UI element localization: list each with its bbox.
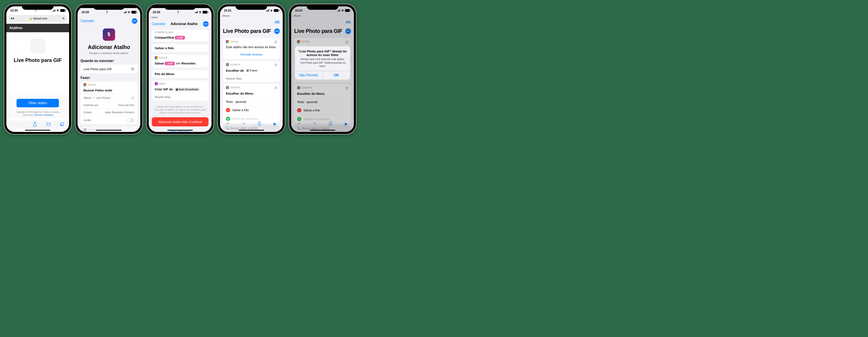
section-when: Quando eu executar: <box>81 59 137 63</box>
breadcrumb-back[interactable]: Busca <box>293 14 301 18</box>
undo-button[interactable]: ↶ <box>226 121 229 126</box>
more-button[interactable]: ••• <box>132 18 137 24</box>
ok-button[interactable]: OK <box>346 20 351 24</box>
status-time: 10:21 <box>295 9 303 12</box>
more-button[interactable]: ••• <box>203 21 209 27</box>
allow-access-button[interactable]: Permitir Acesso <box>223 51 280 59</box>
sheet-title: Adicionar Atalho <box>78 44 140 50</box>
close-block-icon[interactable]: ✕ <box>274 63 278 67</box>
back-button[interactable]: ‹ <box>11 122 12 127</box>
redo-button[interactable]: ↷ <box>313 121 316 126</box>
alert-message: Sempre que você executar este atalho, "L… <box>295 58 350 71</box>
url-bar[interactable]: AA 🔒 icloud.com ↻ <box>8 15 67 22</box>
limit-toggle[interactable] <box>127 118 134 122</box>
dont-add-button[interactable]: Não Adicionar <box>149 127 212 132</box>
play-button[interactable]: ▶ <box>274 121 277 126</box>
action-choose-from[interactable]: Escolher de Fotos <box>223 66 280 75</box>
close-block-icon[interactable]: ✕ <box>345 86 349 90</box>
remove-icon[interactable]: − <box>226 108 230 112</box>
copyright-text: Copyright © 2021 Apple Inc. Todos os dir… <box>10 111 65 117</box>
chosen-item-variable: ▦ Item Escolhido <box>175 88 199 91</box>
section-do: Fazer: <box>81 76 137 80</box>
photos-icon <box>226 40 229 43</box>
nav-bar: Cancelar ••• <box>78 16 140 26</box>
text-size-button[interactable]: AA <box>10 17 14 20</box>
play-button[interactable]: ▶ <box>345 121 348 126</box>
clear-icon[interactable]: ✕ <box>130 67 134 71</box>
phone-4: 10:21 Busca OK Live Photo para GIF ••• ✕… <box>218 4 285 134</box>
breadcrumb-back[interactable]: Safari <box>151 16 158 19</box>
reload-icon[interactable]: ↻ <box>62 17 65 20</box>
shortcut-name-field[interactable]: Live Photo para GIF ✕ <box>81 64 137 74</box>
home-indicator[interactable] <box>310 130 335 131</box>
show-more[interactable]: Mostrar Mais› <box>152 93 209 101</box>
status-time: 10:21 <box>224 9 231 12</box>
notch <box>22 4 54 10</box>
choose-menu[interactable]: Escolher do Menu <box>294 89 351 98</box>
scripts-icon <box>226 63 229 66</box>
forward-button[interactable]: › <box>22 122 24 127</box>
lock-icon: 🔒 <box>29 17 32 20</box>
shortcuts-app-icon <box>103 28 115 41</box>
filter-limit[interactable]: Limite <box>81 116 137 124</box>
phone-2: 10:20 ⤴ Cancelar ••• Adicionar Atalho Re… <box>75 4 143 134</box>
battery-icon <box>60 9 65 12</box>
scripts-icon <box>84 128 87 132</box>
add-untrusted-button[interactable]: Adicionar Atalho Não Confiável <box>152 117 209 127</box>
get-shortcut-button[interactable]: Obter atalho <box>17 99 59 107</box>
save-photo-header: Salvar a foto <box>152 44 209 52</box>
photos-access-block: ✕ FOTOS Este atalho não tem acesso às fo… <box>223 38 280 59</box>
show-more[interactable]: Mostrar Mais› <box>223 75 280 82</box>
nav-bar: Cancelar Adicionar Atalho ••• <box>149 19 212 29</box>
home-indicator[interactable] <box>25 130 51 131</box>
page-title: Live Photo para GIF <box>223 28 271 34</box>
filter-album[interactable]: Álbum é Live Photos— <box>81 94 137 102</box>
breadcrumb-back[interactable]: Busca <box>222 14 229 18</box>
filter-sort[interactable]: Ordenar porHora da Foto <box>81 102 137 109</box>
notch <box>307 4 338 10</box>
menu-text-row[interactable]: Textoopcional <box>294 98 351 106</box>
action-find-photos[interactable]: Buscar Fotos onde <box>81 86 137 94</box>
action-save[interactable]: Salvar▢ GIF em Recentes <box>152 59 209 67</box>
more-button[interactable]: ••• <box>274 28 280 34</box>
notch <box>236 4 267 10</box>
more-button[interactable]: ••• <box>345 28 351 34</box>
close-block-icon[interactable]: ✕ <box>274 40 278 44</box>
filter-order[interactable]: OrdemMais Recentes Primeiro <box>81 109 137 116</box>
remove-filter-icon: — <box>132 96 134 100</box>
cancel-button[interactable]: Cancelar <box>152 22 165 26</box>
home-indicator[interactable] <box>167 130 193 131</box>
permission-alert: "Live Photo para GIF" deseja ter acesso … <box>295 46 350 80</box>
alert-title: "Live Photo para GIF" deseja ter acesso … <box>295 46 350 58</box>
action-share[interactable]: Compartilhar▢ GIF <box>152 33 209 41</box>
remove-icon[interactable]: − <box>297 108 301 112</box>
action-create-gif[interactable]: Criar GIF de ▦ Item Escolhido <box>152 85 209 93</box>
ok-button[interactable]: OK <box>275 20 280 24</box>
share-icon[interactable] <box>33 122 37 128</box>
close-block-icon[interactable]: ✕ <box>345 40 349 44</box>
notch <box>164 4 196 10</box>
alert-ok-button[interactable]: OK <box>323 71 350 80</box>
end-menu: Fim do Menu <box>152 70 209 78</box>
close-block-icon[interactable]: ✕ <box>274 86 278 90</box>
menu-text-row[interactable]: Textoopcional <box>223 98 280 106</box>
no-access-text: Este atalho não tem acesso às fotos. <box>223 43 280 51</box>
alert-deny-button[interactable]: Não Permitir <box>295 71 323 80</box>
shortcut-tile <box>30 38 45 53</box>
tabs-icon[interactable] <box>60 122 64 127</box>
menu-item-save[interactable]: −Salvar a foto <box>223 106 280 114</box>
choose-menu[interactable]: Escolher do Menu <box>223 89 280 98</box>
notch <box>93 4 125 10</box>
phone-3: 10:20 ⤴ Safari Cancelar Adicionar Atalho… <box>147 4 214 134</box>
terms-link[interactable]: Termos e condições <box>34 114 53 116</box>
home-indicator[interactable] <box>239 130 264 131</box>
page-header: Atalhos <box>6 24 69 32</box>
home-indicator[interactable] <box>96 130 122 131</box>
cancel-button[interactable]: Cancelar <box>81 19 94 23</box>
share-button[interactable] <box>329 121 332 127</box>
redo-button[interactable]: ↷ <box>242 121 245 126</box>
share-button[interactable] <box>258 121 261 127</box>
menu-item-save[interactable]: −Salvar a foto <box>294 106 351 114</box>
bookmarks-icon[interactable] <box>46 122 51 127</box>
undo-button[interactable]: ↶ <box>298 121 301 126</box>
